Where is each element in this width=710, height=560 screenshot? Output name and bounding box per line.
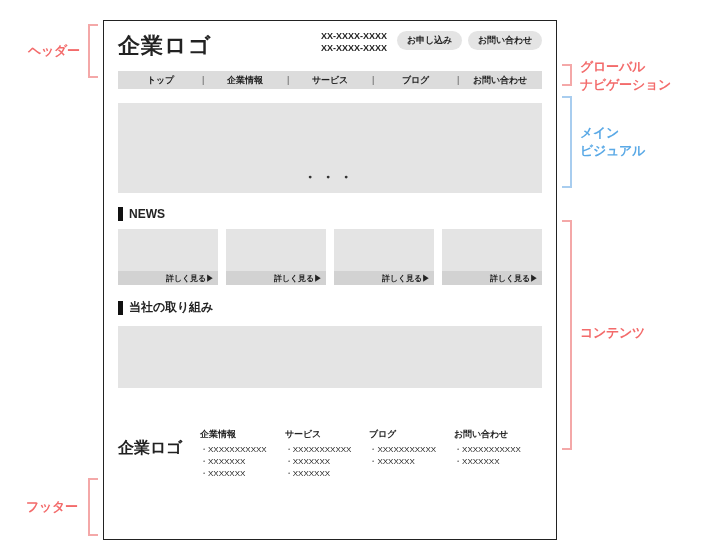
annotation-mv-line2: ビジュアル — [580, 143, 645, 158]
footer-link[interactable]: XXXXXXXXXXX — [369, 444, 436, 456]
header-right: XX-XXXX-XXXX XX-XXXX-XXXX お申し込み お問い合わせ — [321, 31, 542, 54]
annotation-gnav: グローバル ナビゲーション — [580, 58, 671, 93]
footer-col-service: サービス XXXXXXXXXXX XXXXXXX XXXXXXX — [285, 428, 352, 480]
footer-col-company: 企業情報 XXXXXXXXXXX XXXXXXX XXXXXXX — [200, 428, 267, 480]
header-phone-1: XX-XXXX-XXXX — [321, 31, 387, 43]
news-card[interactable]: 詳しく見る▶ — [442, 229, 542, 285]
annotation-mv-line1: メイン — [580, 125, 619, 140]
news-heading-label: NEWS — [129, 207, 165, 221]
header-phone-block: XX-XXXX-XXXX XX-XXXX-XXXX — [321, 31, 387, 54]
annotation-gnav-line2: ナビゲーション — [580, 77, 671, 92]
bracket-contents — [562, 220, 572, 450]
bracket-header — [88, 24, 98, 78]
footer-link[interactable]: XXXXXXX — [285, 456, 352, 468]
wire-footer: 企業ロゴ 企業情報 XXXXXXXXXXX XXXXXXX XXXXXXX サー… — [118, 428, 542, 480]
bracket-main-visual — [562, 96, 572, 188]
cta-apply-button[interactable]: お申し込み — [397, 31, 462, 50]
header-phone-2: XX-XXXX-XXXX — [321, 43, 387, 55]
footer-link[interactable]: XXXXXXX — [285, 468, 352, 480]
news-card-more-link[interactable]: 詳しく見る▶ — [226, 271, 326, 285]
footer-link[interactable]: XXXXXXX — [200, 456, 267, 468]
header: 企業ロゴ XX-XXXX-XXXX XX-XXXX-XXXX お申し込み お問い… — [118, 31, 542, 61]
footer-col-heading: サービス — [285, 428, 352, 442]
main-visual: ・・・ — [118, 103, 542, 193]
footer-link[interactable]: XXXXXXX — [369, 456, 436, 468]
news-card[interactable]: 詳しく見る▶ — [226, 229, 326, 285]
feature-heading: 当社の取り組み — [118, 299, 542, 316]
footer-link[interactable]: XXXXXXX — [200, 468, 267, 480]
bracket-footer — [88, 478, 98, 536]
news-card-image — [226, 229, 326, 271]
wireframe-frame: 企業ロゴ XX-XXXX-XXXX XX-XXXX-XXXX お申し込み お問い… — [103, 20, 557, 540]
feature-block — [118, 326, 542, 388]
news-card-image — [118, 229, 218, 271]
news-card[interactable]: 詳しく見る▶ — [334, 229, 434, 285]
news-card-row: 詳しく見る▶ 詳しく見る▶ 詳しく見る▶ 詳しく見る▶ — [118, 229, 542, 285]
news-card-more-link[interactable]: 詳しく見る▶ — [118, 271, 218, 285]
footer-link[interactable]: XXXXXXX — [454, 456, 521, 468]
gnav-item-blog[interactable]: ブログ — [373, 74, 457, 87]
annotation-main-visual: メイン ビジュアル — [580, 124, 645, 159]
news-card[interactable]: 詳しく見る▶ — [118, 229, 218, 285]
footer-col-heading: ブログ — [369, 428, 436, 442]
footer-link[interactable]: XXXXXXXXXXX — [454, 444, 521, 456]
gnav-item-top[interactable]: トップ — [118, 74, 202, 87]
footer-col-blog: ブログ XXXXXXXXXXX XXXXXXX — [369, 428, 436, 480]
bracket-gnav — [562, 64, 572, 86]
global-nav: トップ | 企業情報 | サービス | ブログ | お問い合わせ — [118, 71, 542, 89]
gnav-item-contact[interactable]: お問い合わせ — [458, 74, 542, 87]
feature-heading-label: 当社の取り組み — [129, 299, 213, 316]
footer-logo: 企業ロゴ — [118, 428, 182, 459]
gnav-item-service[interactable]: サービス — [288, 74, 372, 87]
annotation-contents: コンテンツ — [580, 324, 645, 342]
annotation-gnav-line1: グローバル — [580, 59, 645, 74]
news-heading: NEWS — [118, 207, 542, 221]
footer-link[interactable]: XXXXXXXXXXX — [200, 444, 267, 456]
footer-link[interactable]: XXXXXXXXXXX — [285, 444, 352, 456]
gnav-item-company[interactable]: 企業情報 — [203, 74, 287, 87]
footer-col-heading: 企業情報 — [200, 428, 267, 442]
heading-bar-icon — [118, 301, 123, 315]
carousel-dots-icon[interactable]: ・・・ — [118, 169, 542, 187]
news-card-more-link[interactable]: 詳しく見る▶ — [334, 271, 434, 285]
footer-col-heading: お問い合わせ — [454, 428, 521, 442]
news-card-image — [334, 229, 434, 271]
annotation-header: ヘッダー — [28, 42, 80, 60]
news-card-image — [442, 229, 542, 271]
news-card-more-link[interactable]: 詳しく見る▶ — [442, 271, 542, 285]
footer-col-contact: お問い合わせ XXXXXXXXXXX XXXXXXX — [454, 428, 521, 480]
heading-bar-icon — [118, 207, 123, 221]
annotation-footer: フッター — [26, 498, 78, 516]
cta-contact-button[interactable]: お問い合わせ — [468, 31, 542, 50]
header-logo: 企業ロゴ — [118, 31, 212, 61]
